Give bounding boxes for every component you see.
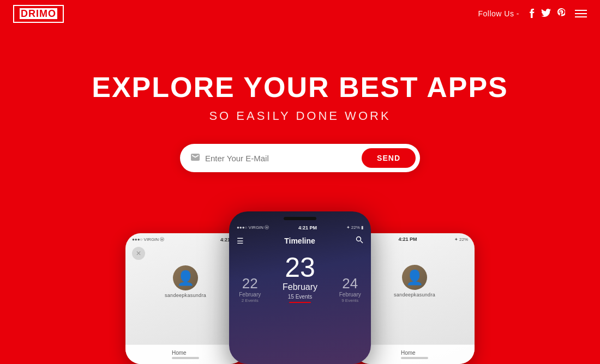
center-battery: ✦ 22% ▮ [346, 225, 363, 230]
email-input[interactable] [205, 154, 362, 163]
home-label-right: Home [401, 350, 416, 356]
date-22-month: February [229, 292, 271, 298]
avatar-name-right: sandeepkasundra [394, 292, 435, 298]
date-22: 22 February 2 Events [229, 276, 271, 303]
phones-container: ●●●○ VIRGIN ⓦ 4:21 PM ✕ 👤 sandeepkasundr… [109, 201, 491, 364]
search-icon-center[interactable] [356, 236, 363, 245]
email-icon [191, 153, 200, 163]
left-phone-avatar-area: 👤 sandeepkasundra [125, 265, 245, 298]
header: DRIMO Follow Us - [0, 0, 600, 27]
date-24: 24 February 9 Events [329, 276, 371, 303]
hamburger-menu-icon[interactable] [575, 10, 587, 17]
avatar-name-left: sandeepkasundra [165, 293, 206, 298]
center-signal: ●●●○ VIRGIN ⓦ [237, 225, 269, 230]
date-23-events: 15 Events [271, 294, 329, 300]
center-time: 4:21 PM [298, 225, 317, 230]
avatar-left: 👤 [173, 265, 198, 290]
right-phone-status-bar: 4:21 PM ✦ 22% [355, 233, 475, 243]
home-label-left: Home [172, 350, 187, 356]
hero-subtitle: SO EASILY DONE WORK [209, 109, 391, 123]
facebook-icon[interactable] [529, 8, 535, 20]
right-phone-avatar-area: 👤 sandeepkasundra [355, 265, 475, 298]
right-phone-time: 4:21 PM [398, 236, 417, 242]
avatar-right: 👤 [402, 265, 427, 290]
left-phone-status-bar: ●●●○ VIRGIN ⓦ 4:21 PM [125, 233, 245, 244]
center-phone-status-bar: ●●●○ VIRGIN ⓦ 4:21 PM ✦ 22% ▮ [229, 222, 371, 233]
send-button[interactable]: SEND [362, 148, 416, 168]
close-button-left[interactable]: ✕ [132, 247, 145, 260]
twitter-icon[interactable] [541, 9, 551, 19]
left-phone-bottom-nav: Home [125, 344, 245, 364]
phone-center: ●●●○ VIRGIN ⓦ 4:21 PM ✦ 22% ▮ ☰ Timeline… [229, 211, 371, 364]
date-24-month: February [329, 292, 371, 298]
date-24-num: 24 [329, 276, 371, 290]
social-icons [529, 8, 565, 20]
nav-hamburger-icon[interactable]: ☰ [237, 236, 244, 245]
svg-point-0 [356, 237, 361, 241]
hero-section: EXPLORE YOUR BEST APPS SO EASILY DONE WO… [0, 27, 600, 172]
date-23-underline [289, 302, 311, 303]
timeline-dates: 22 February 2 Events 23 February 15 Even… [229, 248, 371, 305]
phone-left: ●●●○ VIRGIN ⓦ 4:21 PM ✕ 👤 sandeepkasundr… [125, 233, 245, 364]
date-22-num: 22 [229, 276, 271, 290]
right-phone-battery: ✦ 22% [454, 237, 468, 242]
date-23-month: February [271, 282, 329, 292]
date-22-events: 2 Events [229, 298, 271, 303]
svg-line-1 [361, 241, 363, 243]
logo[interactable]: DRIMO [13, 5, 64, 23]
date-23-num: 23 [271, 254, 329, 281]
timeline-title: Timeline [284, 236, 315, 245]
hero-title: EXPLORE YOUR BEST APPS [92, 71, 508, 104]
left-phone-signal: ●●●○ VIRGIN ⓦ [132, 236, 164, 242]
date-23: 23 February 15 Events [271, 254, 329, 303]
email-form: SEND [180, 144, 420, 172]
phone-right: 4:21 PM ✦ 22% 👤 sandeepkasundra Home [355, 233, 475, 364]
follow-us-label: Follow Us - [478, 9, 519, 18]
date-24-events: 9 Events [329, 298, 371, 303]
pinterest-icon[interactable] [557, 8, 565, 20]
nav-right: Follow Us - [478, 8, 587, 20]
right-phone-bottom-nav: Home [355, 344, 475, 364]
center-phone-top-bar: ☰ Timeline [229, 233, 371, 248]
speaker-hole [284, 217, 316, 220]
